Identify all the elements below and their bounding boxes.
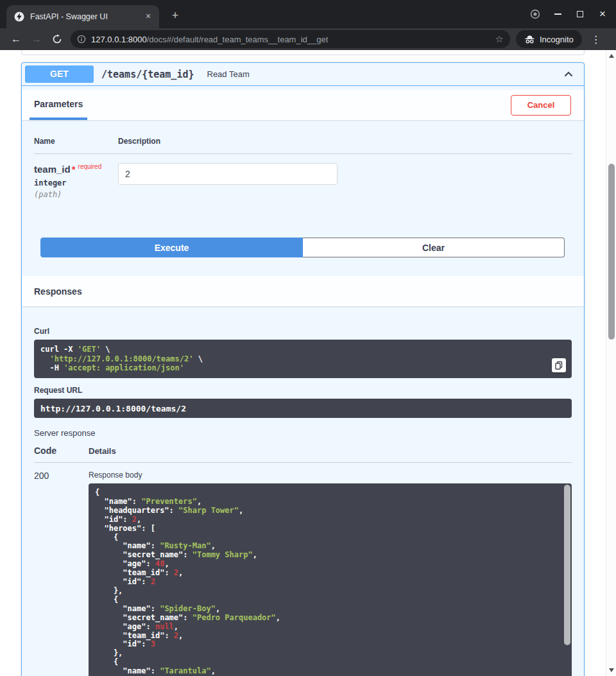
page-scrollbar-thumb[interactable] — [608, 164, 615, 340]
back-button[interactable]: ← — [8, 31, 24, 48]
parameters-tab-label: Parameters — [34, 99, 83, 109]
reload-button[interactable] — [49, 31, 65, 48]
response-row: 200 Response body { "name": "Preventers"… — [34, 463, 572, 676]
browser-toolbar: ← → 127.0.0.1:8000/docs#/default/read_te… — [0, 28, 616, 50]
parameters-table: Name Description team_id*required intege… — [34, 137, 572, 199]
url-path: /docs#/default/read_team_teams__team_id_… — [147, 35, 329, 44]
incognito-badge: Incognito — [516, 30, 582, 48]
status-code: 200 — [34, 471, 89, 676]
window-controls: × — [529, 0, 608, 28]
response-table-header: Code Details — [34, 446, 572, 463]
browser-tab[interactable]: FastAPI - Swagger UI × — [6, 5, 159, 28]
curl-block: curl -X 'GET' \ 'http://127.0.0.1:8000/t… — [34, 340, 572, 378]
url-text: 127.0.0.1:8000/docs#/default/read_team_t… — [91, 35, 490, 44]
parameter-row: team_id*required integer (path) — [34, 154, 572, 199]
operation-description: Read Team — [207, 69, 250, 79]
param-type: integer — [34, 178, 118, 187]
scroll-down-arrow[interactable] — [609, 668, 614, 672]
incognito-label: Incognito — [540, 35, 574, 44]
request-url-value: http://127.0.0.1:8000/teams/2 — [34, 399, 572, 418]
browser-window: FastAPI - Swagger UI × + × ← → 127.0.0.1… — [0, 0, 616, 676]
operation-summary[interactable]: GET /teams/{team_id} Read Team — [22, 63, 584, 86]
forward-button[interactable]: → — [28, 31, 45, 48]
opblock-get: GET /teams/{team_id} Read Team Parameter… — [21, 62, 585, 676]
column-description: Description — [118, 137, 572, 146]
menu-button[interactable]: ⋮ — [588, 33, 604, 46]
param-name: team_id — [34, 164, 71, 175]
copy-button[interactable] — [552, 358, 566, 372]
browser-action-icon[interactable] — [529, 8, 541, 20]
responses-inner: Curl curl -X 'GET' \ 'http://127.0.0.1:8… — [22, 306, 584, 676]
scroll-up-arrow[interactable] — [609, 54, 614, 58]
collapse-chevron-icon[interactable] — [563, 69, 574, 80]
url-host: 127.0.0.1:8000 — [91, 35, 147, 44]
server-response-label: Server response — [34, 428, 572, 438]
parameter-description-cell — [118, 163, 572, 199]
column-name: Name — [34, 137, 118, 146]
maximize-button[interactable] — [574, 8, 586, 20]
new-tab-button[interactable]: + — [167, 8, 184, 24]
request-url-label: Request URL — [34, 386, 572, 395]
previous-opblock-edge — [21, 50, 585, 55]
parameter-meta: team_id*required integer (path) — [34, 163, 118, 199]
response-body-block: { "name": "Preventers", "headquarters": … — [89, 483, 572, 676]
incognito-spy-icon — [524, 34, 535, 44]
column-code: Code — [34, 446, 89, 456]
method-badge: GET — [25, 65, 94, 83]
site-info-icon[interactable] — [77, 35, 86, 44]
clear-button[interactable]: Clear — [303, 238, 565, 257]
required-star: * — [72, 164, 76, 175]
response-details-cell: Response body { "name": "Preventers", "h… — [89, 471, 572, 676]
responses-title: Responses — [30, 286, 82, 297]
tab-close-icon[interactable]: × — [142, 11, 154, 22]
close-button[interactable]: × — [597, 8, 608, 20]
parameters-header: Parameters Cancel — [22, 90, 584, 120]
execute-wrapper: Execute Clear — [40, 238, 565, 257]
page-content: GET /teams/{team_id} Read Team Parameter… — [0, 50, 606, 676]
response-body-json: { "name": "Preventers", "headquarters": … — [95, 489, 559, 676]
minimize-icon — [554, 13, 561, 15]
param-location: (path) — [34, 190, 118, 199]
responses-header: Responses — [22, 276, 584, 306]
bookmark-star-icon[interactable]: ☆ — [495, 33, 504, 45]
page-scrollbar[interactable] — [606, 50, 616, 676]
tab-strip: FastAPI - Swagger UI × + × — [0, 0, 616, 28]
tab-parameters[interactable]: Parameters — [30, 90, 87, 120]
response-body-label: Response body — [89, 471, 572, 480]
copy-icon — [554, 361, 563, 370]
curl-label: Curl — [34, 327, 572, 336]
curl-command: curl -X 'GET' \ 'http://127.0.0.1:8000/t… — [40, 345, 565, 373]
address-bar[interactable]: 127.0.0.1:8000/docs#/default/read_team_t… — [71, 30, 510, 48]
tab-title: FastAPI - Swagger UI — [30, 12, 137, 21]
fastapi-favicon-icon — [14, 12, 24, 22]
column-details: Details — [89, 446, 572, 456]
cancel-button[interactable]: Cancel — [511, 95, 571, 116]
required-label: required — [78, 163, 102, 170]
param-value-input[interactable] — [118, 163, 338, 185]
response-scrollbar-thumb[interactable] — [564, 485, 570, 645]
minimize-button[interactable] — [552, 8, 563, 20]
operation-path: /teams/{team_id} — [101, 69, 194, 80]
execute-button[interactable]: Execute — [40, 238, 303, 257]
maximize-icon — [577, 11, 583, 17]
parameters-table-header: Name Description — [34, 137, 572, 154]
